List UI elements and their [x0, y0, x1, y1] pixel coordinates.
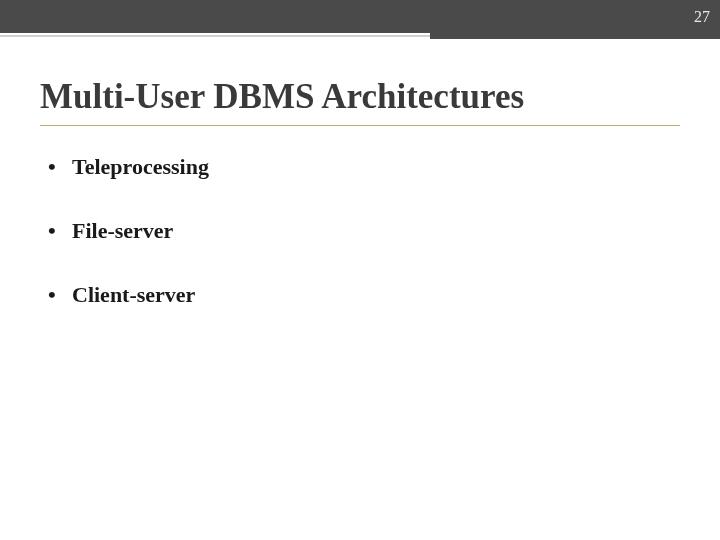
- header-band: 27: [0, 0, 720, 33]
- bullet-item: File-server: [48, 218, 720, 244]
- bullet-item: Teleprocessing: [48, 154, 720, 180]
- slide-title: Multi-User DBMS Architectures: [40, 77, 720, 117]
- accent-line-dark: [430, 33, 720, 39]
- bullet-list: Teleprocessing File-server Client-server: [48, 154, 720, 308]
- bullet-item: Client-server: [48, 282, 720, 308]
- accent-lines: [0, 33, 720, 49]
- slide-number: 27: [694, 8, 710, 26]
- title-underline: [40, 125, 680, 126]
